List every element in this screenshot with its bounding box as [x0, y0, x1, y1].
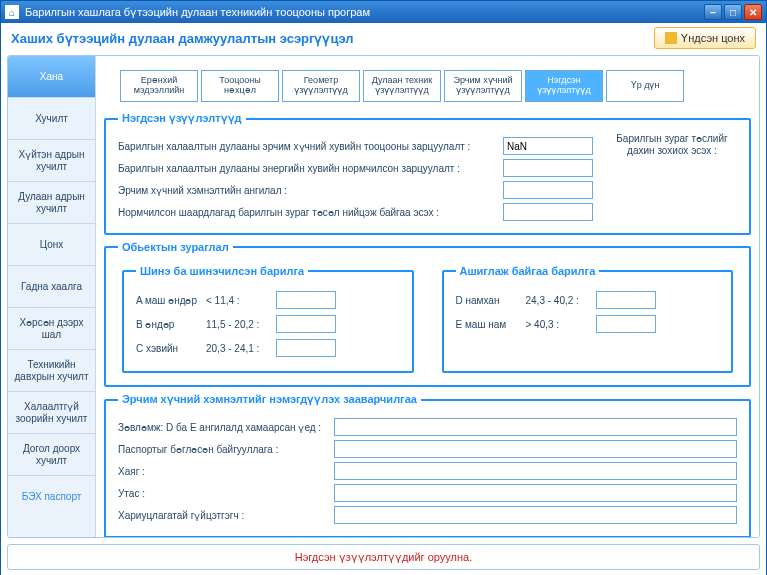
instruction-label: Зөвлөмж: D ба E ангилалд хамаарсан үед : [118, 422, 328, 433]
tab[interactable]: Дулаан техник үзүүлэлтүүд [363, 70, 441, 102]
group-summary-legend: Нэгдсэн үзүүлэлтүүд [118, 112, 246, 125]
window-title: Барилгын хашлага бүтээцийн дулаан техник… [25, 6, 704, 19]
group-used-building: Ашиглаж байгаа барилга D намхан24,3 - 40… [442, 265, 734, 373]
summary-label: Нормчилсон шаардлагад барилгын зураг төс… [118, 207, 497, 218]
class-row: E маш нам> 40,3 : [456, 315, 720, 333]
window-buttons: – □ ✕ [704, 4, 762, 20]
app-icon: ⌂ [5, 5, 19, 19]
tab[interactable]: Ерөнхий мэдээллийн [120, 70, 198, 102]
class-range: 24,3 - 40,2 : [526, 295, 596, 306]
class-input[interactable] [596, 315, 656, 333]
summary-input[interactable] [503, 181, 593, 199]
tab[interactable]: Геометр үзүүлэлтүүд [282, 70, 360, 102]
class-input[interactable] [276, 315, 336, 333]
class-code: C хэвийн [136, 343, 206, 354]
sidebar-item[interactable]: Дулаан адрын хучилт [8, 182, 95, 224]
tabs: Ерөнхий мэдээллийнТооцооны нөхцөлГеометр… [120, 70, 751, 102]
sidebar-item[interactable]: Халаалтгүй зоорийн хучилт [8, 392, 95, 434]
titlebar: ⌂ Барилгын хашлага бүтээцийн дулаан техн… [1, 1, 766, 23]
class-input[interactable] [276, 339, 336, 357]
class-range: > 40,3 : [526, 319, 596, 330]
sidebar-item[interactable]: Гадна хаалга [8, 266, 95, 308]
instruction-rows: Зөвлөмж: D ба E ангилалд хамаарсан үед :… [118, 418, 737, 524]
sidebar-item[interactable]: БЭХ паспорт [8, 476, 95, 518]
sidebar-item[interactable]: Хүйтэн адрын хучилт [8, 140, 95, 182]
maximize-button[interactable]: □ [724, 4, 742, 20]
summary-input[interactable] [503, 159, 593, 177]
instruction-input[interactable] [334, 440, 737, 458]
class-range: 11,5 - 20,2 : [206, 319, 276, 330]
group-object: Обьектын зураглал Шинэ ба шинэчилсэн бар… [104, 241, 751, 387]
summary-label: Барилгын халаалтын дулааны энергийн хуви… [118, 163, 497, 174]
class-rows-left: A маш өндөр< 11,4 :B өндөр11,5 - 20,2 :C… [136, 291, 400, 357]
tab[interactable]: Эрчим хүчний үзүүлэлтүүд [444, 70, 522, 102]
tab[interactable]: Үр дүн [606, 70, 684, 102]
summary-row: Барилгын халаалтын дулааны энергийн хуви… [118, 159, 593, 177]
sidebar: ХанаХучилтХүйтэн адрын хучилтДулаан адры… [8, 56, 96, 537]
instruction-row: Хаяг : [118, 462, 737, 480]
page-header: Хаших бүтээцийн дулаан дамжуулалтын эсэр… [1, 23, 766, 53]
summary-rows: Барилгын халаалтын дулааны эрчим хүчний … [118, 133, 593, 225]
body: ХанаХучилтХүйтэн адрын хучилтДулаан адры… [7, 55, 760, 538]
group-instructions-legend: Эрчим хүчний хэмнэлтийг нэмэгдүүлэх заав… [118, 393, 421, 406]
sidebar-item[interactable]: Хөрсөн дээрх шал [8, 308, 95, 350]
sidebar-item[interactable]: Техникийн давхрын хучилт [8, 350, 95, 392]
client-area: Хаших бүтээцийн дулаан дамжуулалтын эсэр… [1, 23, 766, 575]
group-instructions: Эрчим хүчний хэмнэлтийг нэмэгдүүлэх заав… [104, 393, 751, 537]
summary-input[interactable] [503, 203, 593, 221]
group-new-building: Шинэ ба шинэчилсэн барилга A маш өндөр< … [122, 265, 414, 373]
instruction-input[interactable] [334, 418, 737, 436]
close-button[interactable]: ✕ [744, 4, 762, 20]
class-row: D намхан24,3 - 40,2 : [456, 291, 720, 309]
instruction-label: Паспортыг бөглөсөн байгууллага : [118, 444, 328, 455]
class-code: D намхан [456, 295, 526, 306]
content: Ерөнхий мэдээллийнТооцооны нөхцөлГеометр… [96, 56, 759, 537]
instruction-row: Утас : [118, 484, 737, 502]
class-code: B өндөр [136, 319, 206, 330]
class-input[interactable] [276, 291, 336, 309]
class-row: A маш өндөр< 11,4 : [136, 291, 400, 309]
main-window-label: Үндсэн цонх [681, 32, 745, 45]
tab[interactable]: Нэгдсэн үзүүлэлтүүд [525, 70, 603, 102]
minimize-button[interactable]: – [704, 4, 722, 20]
class-row: C хэвийн20,3 - 24,1 : [136, 339, 400, 357]
instruction-input[interactable] [334, 506, 737, 524]
summary-side-label: Барилгын зураг төслийг дахин зохиох эсэх… [607, 133, 737, 225]
summary-input[interactable] [503, 137, 593, 155]
group-summary: Нэгдсэн үзүүлэлтүүд Барилгын халаалтын д… [104, 112, 751, 235]
class-range: 20,3 - 24,1 : [206, 343, 276, 354]
summary-row: Эрчим хүчний хэмнэлтийн ангилал : [118, 181, 593, 199]
class-rows-right: D намхан24,3 - 40,2 :E маш нам> 40,3 : [456, 291, 720, 333]
home-icon [665, 32, 677, 44]
sidebar-item[interactable]: Цонх [8, 224, 95, 266]
group-object-legend: Обьектын зураглал [118, 241, 233, 253]
group-new-legend: Шинэ ба шинэчилсэн барилга [136, 265, 308, 277]
instruction-row: Паспортыг бөглөсөн байгууллага : [118, 440, 737, 458]
group-used-legend: Ашиглаж байгаа барилга [456, 265, 600, 277]
sidebar-item[interactable]: Догол доорх хучилт [8, 434, 95, 476]
main-window-button[interactable]: Үндсэн цонх [654, 27, 756, 49]
class-code: E маш нам [456, 319, 526, 330]
instruction-input[interactable] [334, 484, 737, 502]
sidebar-item[interactable]: Хучилт [8, 98, 95, 140]
class-row: B өндөр11,5 - 20,2 : [136, 315, 400, 333]
instruction-label: Хаяг : [118, 466, 328, 477]
instruction-label: Утас : [118, 488, 328, 499]
summary-row: Барилгын халаалтын дулааны эрчим хүчний … [118, 137, 593, 155]
app-window: ⌂ Барилгын хашлага бүтээцийн дулаан техн… [0, 0, 767, 575]
status-bar: Нэгдсэн үзүүлэлтүүдийг оруулна. [7, 544, 760, 570]
instruction-row: Зөвлөмж: D ба E ангилалд хамаарсан үед : [118, 418, 737, 436]
sidebar-item[interactable]: Хана [8, 56, 95, 98]
class-input[interactable] [596, 291, 656, 309]
class-range: < 11,4 : [206, 295, 276, 306]
instruction-label: Хариуцлагатай гүйцэтгэгч : [118, 510, 328, 521]
status-message: Нэгдсэн үзүүлэлтүүдийг оруулна. [295, 551, 472, 564]
tab[interactable]: Тооцооны нөхцөл [201, 70, 279, 102]
instruction-row: Хариуцлагатай гүйцэтгэгч : [118, 506, 737, 524]
instruction-input[interactable] [334, 462, 737, 480]
page-title: Хаших бүтээцийн дулаан дамжуулалтын эсэр… [11, 31, 654, 46]
summary-label: Эрчим хүчний хэмнэлтийн ангилал : [118, 185, 497, 196]
summary-row: Нормчилсон шаардлагад барилгын зураг төс… [118, 203, 593, 221]
class-code: A маш өндөр [136, 295, 206, 306]
summary-label: Барилгын халаалтын дулааны эрчим хүчний … [118, 141, 497, 152]
